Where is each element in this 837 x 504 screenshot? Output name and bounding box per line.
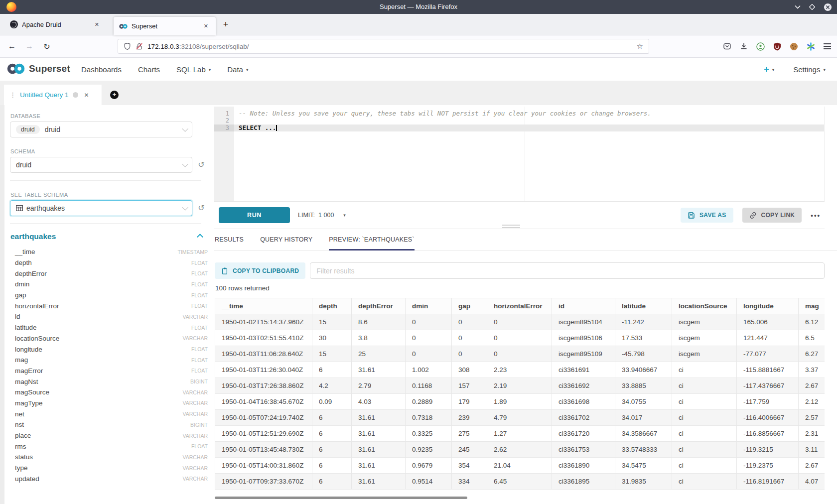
tab-close-icon[interactable]: ✕ [202,22,210,30]
table-row: 1950-01-04T16:38:45.670Z0.094.030.288917… [215,394,825,410]
schema-select[interactable]: druid [10,157,192,173]
chevron-down-icon: ▾ [343,213,346,218]
schema-column-row[interactable]: idVARCHAR [4,311,214,322]
browser-new-tab-button[interactable]: + [216,14,236,35]
schema-column-row[interactable]: locationSourceVARCHAR [4,333,214,344]
schema-column-row[interactable]: depthFLOAT [4,257,214,268]
nav-dashboards[interactable]: Dashboards [81,65,122,74]
column-header[interactable]: locationSource [672,298,737,314]
settings-menu[interactable]: Settings▾ [793,65,826,74]
schema-column-row[interactable]: magNstBIGINT [4,376,214,387]
cookie-extension-icon[interactable] [790,42,798,51]
superset-brand[interactable]: Superset [6,62,70,75]
query-tab-close-icon[interactable]: ✕ [84,92,89,99]
column-name: magNst [15,378,38,385]
back-icon[interactable]: ← [5,35,19,57]
column-header[interactable]: id [552,298,615,314]
run-button[interactable]: RUN [219,207,290,223]
schema-column-row[interactable]: magErrorFLOAT [4,366,214,377]
table-cell: iscgem [672,330,737,346]
column-header[interactable]: gap [452,298,487,314]
reload-icon[interactable]: ↻ [40,35,54,57]
column-header[interactable]: horizontalError [487,298,552,314]
bookmark-star-icon[interactable]: ☆ [637,42,643,51]
schema-column-row[interactable]: placeVARCHAR [4,430,214,441]
refresh-table-icon[interactable]: ↺ [196,203,206,213]
column-header[interactable]: __time [215,298,312,314]
table-select[interactable]: earthquakes [10,200,192,216]
schema-column-row[interactable]: nstBIGINT [4,419,214,430]
forward-icon[interactable]: → [22,35,36,57]
table-cell: 31.61 [352,410,406,426]
menu-icon[interactable] [824,43,831,49]
schema-column-row[interactable]: magTypeVARCHAR [4,398,214,409]
new-query-tab-button[interactable]: + [102,85,127,105]
table-cell: -116.8191667 [737,474,799,490]
tracking-shield-icon[interactable] [124,42,131,50]
column-header[interactable]: depth [312,298,352,314]
downloads-icon[interactable] [740,42,748,50]
asterisk-extension-icon[interactable] [807,42,815,51]
database-select[interactable]: druid druid [10,122,192,137]
table-cell: 0.2889 [406,394,452,410]
table-cell: ci [672,474,737,490]
window-minimize-icon[interactable] [795,5,801,9]
insecure-lock-icon[interactable] [136,42,143,50]
nav-charts[interactable]: Charts [138,65,160,74]
refresh-schema-icon[interactable]: ↺ [196,160,206,170]
extension-green-icon[interactable] [756,42,765,51]
column-name: latitude [15,324,37,331]
filter-results-input[interactable] [310,262,825,279]
column-header[interactable]: mag [799,298,825,314]
drag-dots-icon[interactable]: ⋮ [9,91,16,99]
schema-column-row[interactable]: magSourceVARCHAR [4,387,214,398]
new-item-button[interactable]: +▾ [764,64,774,75]
schema-column-row[interactable]: typeVARCHAR [4,463,214,474]
column-header[interactable]: longitude [737,298,799,314]
browser-tab-superset[interactable]: Superset ✕ [114,17,216,35]
schema-column-row[interactable]: dminFLOAT [4,279,214,290]
nav-sqllab[interactable]: SQL Lab▾ [176,65,211,74]
schema-column-row[interactable]: statusVARCHAR [4,452,214,463]
column-header[interactable]: latitude [615,298,672,314]
table-cell: -45.798 [615,346,672,362]
url-bar[interactable]: 172.18.0.3:32108/superset/sqllab/ ☆ [118,39,649,54]
copy-link-button[interactable]: COPY LINK [742,208,802,223]
ublock-origin-icon[interactable] [773,42,781,51]
schema-column-row[interactable]: longitudeFLOAT [4,344,214,355]
table-cell: 25 [352,346,406,362]
tab-close-icon[interactable]: ✕ [93,20,101,29]
more-options-icon[interactable]: ••• [811,212,821,219]
browser-tab-apache-druid[interactable]: Apache Druid ✕ [4,14,107,35]
copy-to-clipboard-button[interactable]: COPY TO CLIPBOARD [215,262,305,279]
table-cell: 6 [312,426,352,442]
results-table-wrap[interactable]: __timedepthdepthErrordmingaphorizontalEr… [215,298,825,490]
save-as-button[interactable]: SAVE AS [681,208,733,223]
table-row: 1950-01-02T15:14:37.960Z158.6000iscgem89… [215,314,825,330]
pocket-icon[interactable] [723,42,731,50]
schema-column-row[interactable]: depthErrorFLOAT [4,268,214,279]
schema-column-row[interactable]: magFLOAT [4,355,214,366]
results-tab-preview-earthquakes[interactable]: PREVIEW: `EARTHQUAKES` [329,229,414,250]
results-tab-query-history[interactable]: QUERY HISTORY [260,229,312,250]
schema-column-row[interactable]: updatedVARCHAR [4,473,214,484]
horizontal-scrollbar[interactable] [215,497,467,499]
query-tab[interactable]: ⋮ Untitled Query 1 ✕ [4,85,102,105]
schema-column-row[interactable]: rmsFLOAT [4,441,214,452]
schema-column-row[interactable]: __timeTIMESTAMP [4,247,214,257]
schema-column-row[interactable]: latitudeFLOAT [4,322,214,333]
window-close-icon[interactable] [824,3,832,11]
schema-column-row[interactable]: horizontalErrorFLOAT [4,300,214,311]
window-maximize-icon[interactable] [809,4,815,10]
schema-column-row[interactable]: netVARCHAR [4,408,214,419]
limit-control[interactable]: LIMIT: 1 000 ▾ [298,212,346,219]
results-tab-results[interactable]: RESULTS [215,229,244,250]
sql-editor[interactable]: 123 -- Note: Unless you save your query,… [214,107,825,201]
collapse-chevron-icon[interactable] [197,234,203,240]
schema-column-row[interactable]: gapFLOAT [4,290,214,301]
nav-data[interactable]: Data▾ [227,65,248,74]
column-header[interactable]: dmin [406,298,452,314]
column-header[interactable]: depthError [352,298,406,314]
table-row: 1950-01-05T07:24:19.740Z631.610.73182394… [215,410,825,426]
column-type: VARCHAR [182,389,208,395]
